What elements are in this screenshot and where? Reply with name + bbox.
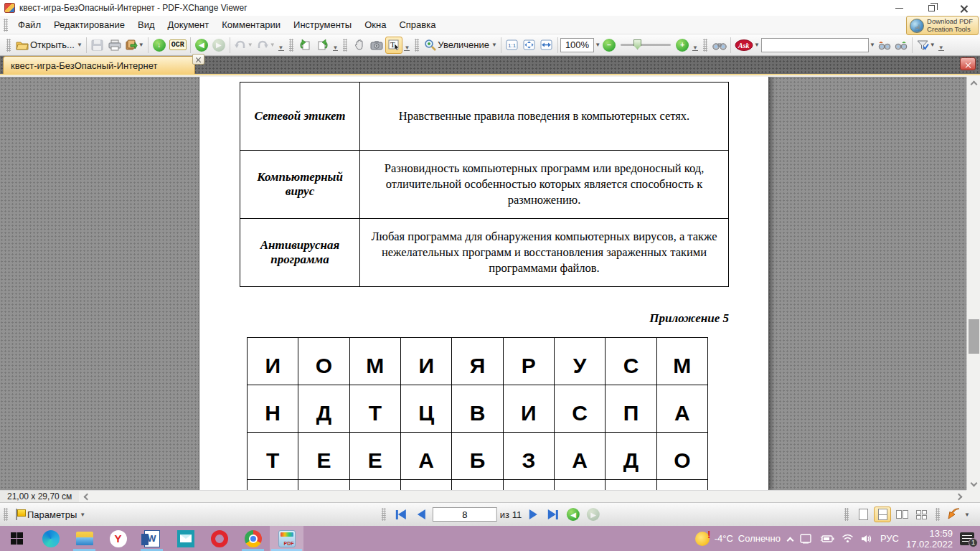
taskbar-chrome-button[interactable]: [236, 526, 270, 551]
scroll-left-button[interactable]: [79, 491, 93, 503]
toolbar-overflow-icon[interactable]: ▼: [938, 45, 944, 51]
taskbar-pdf-xchange-button[interactable]: PDF: [270, 526, 303, 551]
zoom-out-button[interactable]: −: [600, 37, 618, 54]
filter-button[interactable]: ▼: [915, 37, 937, 54]
toolbar-grip[interactable]: [936, 508, 940, 521]
toolbar-overflow-icon[interactable]: ▼: [278, 45, 284, 51]
toolbar-grip[interactable]: [343, 39, 347, 52]
redo-button[interactable]: ▼: [255, 37, 277, 54]
taskbar-mail-button[interactable]: [169, 526, 202, 551]
toolbar-grip[interactable]: [4, 19, 8, 32]
go-forward-button[interactable]: ▶: [210, 37, 227, 54]
continuous-layout-button[interactable]: [874, 507, 891, 522]
language-indicator[interactable]: РУС: [880, 533, 899, 544]
weather-widget[interactable]: -4°C Солнечно: [695, 532, 781, 546]
zoom-tool-button[interactable]: Увеличение ▼: [423, 37, 499, 54]
open-button[interactable]: Открыть... ▼: [14, 37, 84, 54]
first-page-button[interactable]: [392, 506, 410, 523]
previous-page-button[interactable]: [413, 506, 430, 523]
go-back-button[interactable]: ◀: [193, 37, 210, 54]
close-button[interactable]: [948, 0, 980, 16]
menu-tools[interactable]: Инструменты: [287, 17, 358, 33]
menu-windows[interactable]: Окна: [358, 17, 392, 33]
menu-view[interactable]: Вид: [131, 17, 161, 33]
battery-icon[interactable]: [820, 534, 834, 543]
notification-center-icon[interactable]: 1: [960, 532, 974, 545]
taskbar-explorer-button[interactable]: [67, 526, 101, 551]
chevron-down-icon[interactable]: ▼: [964, 512, 970, 518]
last-page-button[interactable]: [545, 506, 562, 523]
toolbar-overflow-icon[interactable]: ▼: [333, 45, 339, 51]
toolbar-grip[interactable]: [703, 39, 707, 52]
zoom-in-button[interactable]: +: [674, 37, 691, 54]
chevron-down-icon[interactable]: ▼: [80, 512, 85, 518]
save-button[interactable]: [89, 37, 106, 54]
toolbar-grip[interactable]: [415, 39, 419, 52]
restore-button[interactable]: [915, 0, 948, 16]
vertical-scroll-thumb[interactable]: [969, 319, 979, 354]
menu-document[interactable]: Документ: [161, 17, 216, 33]
two-page-continuous-layout-button[interactable]: [913, 507, 930, 522]
zoom-level-combo[interactable]: 100%: [560, 38, 594, 52]
toolbar-grip[interactable]: [4, 508, 8, 521]
wifi-icon[interactable]: [842, 534, 854, 543]
rotate-cw-button[interactable]: [314, 37, 331, 54]
single-page-layout-button[interactable]: [854, 507, 872, 522]
menu-help[interactable]: Справка: [392, 17, 442, 33]
fit-page-button[interactable]: [521, 37, 538, 54]
toolbar-overflow-icon[interactable]: ▼: [404, 45, 410, 51]
snapshot-button[interactable]: [368, 37, 385, 54]
close-document-button[interactable]: [960, 57, 976, 70]
fit-width-button[interactable]: [538, 37, 555, 54]
toolbar-grip[interactable]: [6, 39, 11, 52]
link-arrow-icon[interactable]: [946, 507, 961, 522]
ocr-button[interactable]: OCR: [168, 37, 188, 54]
document-viewport[interactable]: Сетевой этикет Нравственные правила пове…: [0, 77, 980, 502]
toolbar-grip[interactable]: [844, 508, 849, 521]
print-button[interactable]: [106, 37, 123, 54]
actual-size-button[interactable]: 1:1: [504, 37, 521, 54]
two-page-layout-button[interactable]: [893, 507, 910, 522]
scroll-right-button[interactable]: [953, 494, 966, 499]
document-tab[interactable]: квест-игра-БезОпасный-Интернет: [3, 56, 195, 74]
next-view-button[interactable]: ▶: [585, 506, 602, 523]
download-pdf-tools-button[interactable]: ☝ Download PDF Creation Tools: [906, 16, 979, 35]
tray-expand-icon[interactable]: [786, 537, 793, 545]
options-button[interactable]: Параметры: [27, 509, 77, 520]
zoom-slider-handle[interactable]: [633, 39, 641, 50]
start-button[interactable]: [0, 526, 34, 551]
export-button[interactable]: ▼: [123, 37, 146, 54]
hand-tool-button[interactable]: [351, 37, 368, 54]
taskbar-word-button[interactable]: W: [135, 526, 169, 551]
scroll-down-button[interactable]: [967, 478, 980, 490]
rotate-ccw-button[interactable]: [297, 37, 314, 54]
menu-file[interactable]: Файл: [11, 17, 47, 33]
page-number-input[interactable]: [433, 507, 497, 522]
scroll-up-button[interactable]: [967, 77, 980, 89]
tab-close-button[interactable]: [192, 54, 204, 65]
previous-view-button[interactable]: ◀: [565, 506, 582, 523]
vertical-scrollbar[interactable]: [966, 77, 980, 490]
chevron-down-icon[interactable]: ▼: [870, 42, 875, 48]
toolbar-overflow-icon[interactable]: ▼: [692, 45, 698, 51]
menu-edit[interactable]: Редактирование: [47, 17, 131, 33]
clock[interactable]: 13:59 17.02.2022: [906, 528, 953, 550]
mail-send-button[interactable]: ↓: [151, 37, 168, 54]
taskbar-yandex-button[interactable]: Y: [101, 526, 135, 551]
search-button[interactable]: [711, 37, 728, 54]
horizontal-scrollbar[interactable]: 21,00 x 29,70 см: [0, 490, 966, 502]
undo-button[interactable]: ▼: [232, 37, 255, 54]
zoom-slider[interactable]: [621, 44, 671, 46]
ask-search-provider-button[interactable]: Ask ▼: [733, 37, 761, 54]
toolbar-grip[interactable]: [382, 508, 386, 521]
minimize-button[interactable]: [883, 0, 915, 16]
taskbar-opera-button[interactable]: [202, 526, 236, 551]
search-input[interactable]: [761, 38, 869, 52]
taskbar-edge-button[interactable]: [34, 526, 67, 551]
tablet-mode-icon[interactable]: [800, 534, 813, 544]
chevron-down-icon[interactable]: ▼: [595, 42, 600, 48]
toolbar-grip[interactable]: [289, 39, 293, 52]
search-previous-button[interactable]: [875, 37, 892, 54]
search-next-button[interactable]: [892, 37, 910, 54]
select-text-tool-button[interactable]: T: [385, 37, 402, 54]
